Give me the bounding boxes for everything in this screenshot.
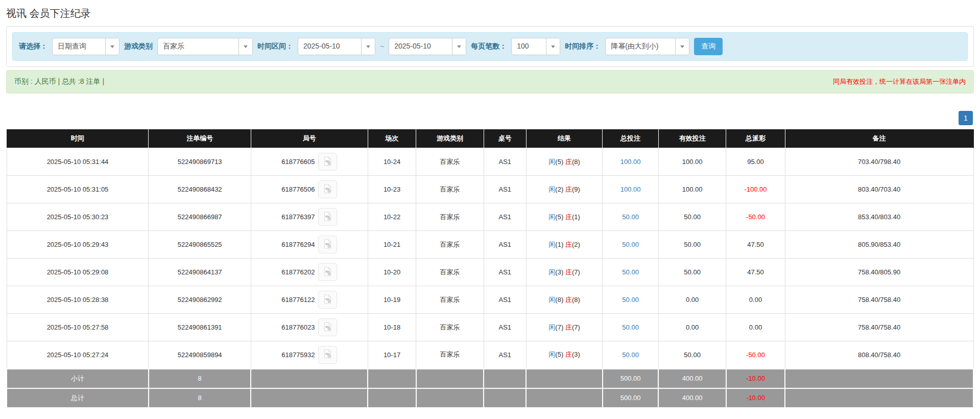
- result-banker-label: 庄: [565, 185, 572, 193]
- column-header-round-id: 局号: [251, 129, 368, 148]
- round-id-group: 618775932: [253, 346, 366, 364]
- total-bet-link[interactable]: 50.00: [622, 296, 639, 304]
- video-replay-button[interactable]: [318, 318, 337, 336]
- result-banker-points: (2): [572, 241, 580, 248]
- cell-time: 2025-05-10 05:30:23: [7, 203, 149, 231]
- cell-game-type: 百家乐: [416, 203, 484, 231]
- total-bet-link[interactable]: 50.00: [622, 351, 639, 359]
- round-id-group: 618776294: [253, 236, 366, 253]
- cell-valid-bet: 50.00: [658, 231, 726, 259]
- page-size-label: 每页笔数：: [471, 42, 507, 51]
- cell-time: 2025-05-10 05:28:38: [7, 286, 149, 314]
- sort-order-select[interactable]: 降幂(由大到小): [605, 38, 689, 55]
- payout-value: -50.00: [746, 351, 765, 359]
- cell-valid-bet: 50.00: [658, 203, 726, 231]
- column-header-time: 时间: [7, 129, 149, 148]
- cell-total-bet: 50.00: [603, 286, 659, 314]
- cell-table-no: AS1: [484, 148, 526, 176]
- date-to-value: 2025-05-10: [389, 38, 452, 55]
- result-banker-points: (8): [572, 296, 580, 304]
- video-icon: [322, 321, 333, 334]
- video-replay-button[interactable]: [318, 180, 337, 198]
- round-id-group: 618776506: [253, 180, 366, 198]
- date-to-select[interactable]: 2025-05-10: [389, 38, 466, 55]
- cell-time: 2025-05-10 05:31:05: [7, 176, 149, 203]
- cell-payout: 95.00: [726, 148, 785, 176]
- round-id-group: 618776397: [253, 208, 366, 226]
- game-type-select[interactable]: 百家乐: [157, 38, 253, 55]
- subtotal-row-total-bet: 500.00: [603, 369, 659, 388]
- cell-result: 闲(3) 庄(7): [526, 259, 602, 286]
- result-banker-points: (8): [572, 158, 580, 166]
- result-player-label: 闲: [548, 213, 555, 221]
- query-type-caret-button[interactable]: [105, 38, 119, 55]
- round-id-text: 618776023: [281, 323, 315, 331]
- subtotal-row-remark: [785, 369, 973, 388]
- table-header-row: 时间注单编号局号场次游戏类别桌号结果总投注有效投注总派彩备注: [7, 129, 973, 148]
- page-size-caret-button[interactable]: [546, 38, 560, 55]
- total-row-result: [526, 388, 602, 408]
- payout-value: 47.50: [747, 241, 764, 248]
- video-replay-button[interactable]: [318, 208, 337, 226]
- round-id-text: 618776294: [281, 241, 315, 248]
- cell-result: 闲(8) 庄(8): [526, 286, 602, 314]
- date-from-caret-button[interactable]: [361, 38, 375, 55]
- page-1-button[interactable]: 1: [959, 111, 973, 125]
- video-icon: [322, 239, 333, 251]
- total-row-payout-value: -10.00: [746, 394, 765, 402]
- date-from-value: 2025-05-10: [298, 38, 361, 55]
- page-size-select[interactable]: 100: [511, 38, 560, 55]
- cell-valid-bet: 0.00: [658, 286, 726, 314]
- column-header-valid-bet: 有效投注: [658, 129, 726, 148]
- total-bet-link[interactable]: 50.00: [622, 241, 639, 248]
- cell-result: 闲(1) 庄(2): [526, 231, 602, 259]
- result-banker-label: 庄: [565, 351, 572, 358]
- payout-value: 47.50: [747, 268, 764, 276]
- date-to-caret-button[interactable]: [452, 38, 466, 55]
- video-replay-button[interactable]: [318, 236, 337, 253]
- cell-result: 闲(7) 庄(7): [526, 314, 602, 341]
- game-type-caret-button[interactable]: [238, 38, 252, 55]
- search-button[interactable]: 查询: [694, 38, 723, 55]
- cell-game-type: 百家乐: [416, 176, 484, 203]
- total-bet-link[interactable]: 100.00: [620, 185, 641, 193]
- table-body: 2025-05-10 05:31:44522490869713618776605…: [7, 148, 973, 408]
- total-row: 总计8500.00400.00-10.00: [7, 388, 973, 408]
- total-bet-link[interactable]: 50.00: [622, 323, 639, 331]
- result-banker-points: (1): [572, 213, 580, 221]
- video-replay-button[interactable]: [318, 153, 337, 171]
- date-from-select[interactable]: 2025-05-10: [298, 38, 375, 55]
- subtotal-row-count: 8: [149, 369, 251, 388]
- result-banker-label: 庄: [565, 323, 572, 331]
- cell-table-no: AS1: [484, 286, 526, 314]
- video-replay-button[interactable]: [318, 263, 337, 281]
- cell-round-id: 618775932: [251, 341, 368, 369]
- cell-remark: 758.40/758.40: [785, 286, 973, 314]
- column-header-remark: 备注: [785, 129, 973, 148]
- total-row-round-id: [251, 388, 368, 408]
- video-replay-button[interactable]: [318, 291, 337, 309]
- cell-table-no: AS1: [484, 203, 526, 231]
- column-header-result: 结果: [526, 129, 602, 148]
- cell-bet-id: 522490868432: [149, 176, 251, 203]
- total-bet-link[interactable]: 100.00: [620, 158, 641, 166]
- round-id-group: 618776202: [253, 263, 366, 281]
- column-header-bet-id: 注单编号: [149, 129, 251, 148]
- cell-round-id: 618776397: [251, 203, 368, 231]
- result-player-points: (5): [555, 351, 563, 358]
- result-player-points: (7): [555, 323, 563, 331]
- total-row-session: [368, 388, 416, 408]
- cell-valid-bet: 50.00: [658, 259, 726, 286]
- result-banker-points: (7): [572, 268, 580, 276]
- query-type-select[interactable]: 日期查询: [52, 38, 119, 55]
- round-id-text: 618776122: [281, 296, 315, 304]
- result-banker-points: (9): [572, 185, 580, 193]
- video-replay-button[interactable]: [318, 346, 337, 364]
- valid-bet-note: 同局有效投注，统一计算在该局第一张注单内: [833, 77, 966, 86]
- total-bet-link[interactable]: 50.00: [622, 268, 639, 276]
- cell-result: 闲(5) 庄(3): [526, 341, 602, 369]
- sort-order-caret-button[interactable]: [675, 38, 689, 55]
- cell-game-type: 百家乐: [416, 286, 484, 314]
- total-bet-link[interactable]: 50.00: [622, 213, 639, 221]
- cell-payout: 0.00: [726, 286, 785, 314]
